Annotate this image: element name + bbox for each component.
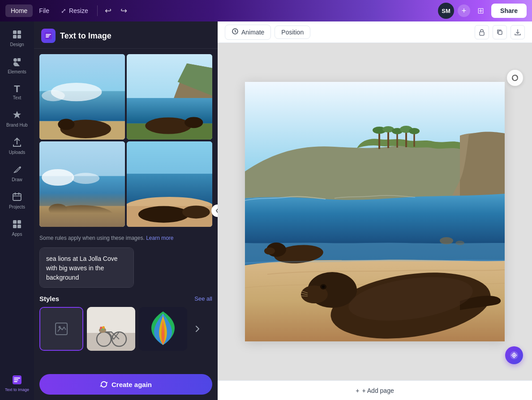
- svg-point-35: [145, 117, 191, 134]
- styles-title: Styles: [39, 295, 59, 302]
- svg-point-36: [184, 117, 203, 128]
- rules-text: Some rules apply when using these images…: [34, 232, 218, 247]
- sidebar-item-brand-hub-label: Brand Hub: [6, 123, 28, 128]
- generated-image-2[interactable]: [127, 54, 212, 140]
- sidebar-item-design[interactable]: Design: [2, 25, 32, 51]
- prompt-textarea[interactable]: sea lions at La Jolla Cove with big wave…: [39, 247, 134, 288]
- rotate-tool[interactable]: [507, 70, 523, 86]
- svg-rect-11: [13, 220, 17, 224]
- elements-icon: [12, 57, 22, 68]
- generated-image-4[interactable]: [127, 141, 212, 227]
- svg-rect-63: [480, 32, 484, 35]
- sidebar-item-apps[interactable]: Apps: [2, 215, 32, 241]
- canvas-page[interactable]: [245, 82, 505, 341]
- sidebar-item-brand-hub[interactable]: Brand Hub: [2, 106, 32, 132]
- canvas-viewport[interactable]: [218, 43, 532, 380]
- styles-scroll-right[interactable]: [191, 307, 203, 351]
- redo-button[interactable]: ↪: [117, 3, 131, 18]
- assistant-icon: [509, 350, 519, 360]
- svg-point-4: [13, 58, 17, 62]
- generated-image-grid: [34, 49, 218, 232]
- resize-button[interactable]: ⤢ Resize: [56, 4, 94, 17]
- sidebar-item-projects[interactable]: Projects: [2, 187, 32, 214]
- svg-point-40: [72, 173, 99, 184]
- canvas-area: Animate Position: [218, 21, 532, 400]
- position-button[interactable]: Position: [275, 26, 310, 39]
- style-card-none[interactable]: [39, 307, 83, 351]
- topbar-left: Home File ⤢ Resize ↩ ↪: [5, 3, 131, 18]
- svg-rect-12: [17, 220, 21, 224]
- svg-rect-2: [13, 35, 17, 38]
- home-button[interactable]: Home: [5, 4, 33, 17]
- add-page-button[interactable]: + + Add page: [348, 383, 401, 398]
- create-icon: [100, 380, 108, 388]
- svg-rect-21: [46, 35, 50, 36]
- svg-rect-64: [498, 31, 502, 34]
- topbar-divider: [97, 5, 98, 16]
- resize-icon: ⤢: [61, 7, 66, 14]
- svg-rect-20: [46, 34, 51, 35]
- svg-rect-16: [14, 378, 20, 379]
- sidebar-item-projects-label: Projects: [9, 204, 25, 209]
- svg-point-29: [58, 119, 74, 130]
- sidebar-item-elements[interactable]: Elements: [2, 52, 32, 79]
- design-icon: [12, 30, 22, 41]
- sidebar-item-text-label: Text: [13, 95, 21, 100]
- svg-point-85: [264, 247, 275, 255]
- svg-point-48: [138, 206, 189, 223]
- svg-rect-14: [17, 225, 21, 228]
- icon-nav: Design Elements T Text Brand Hub Uploads: [0, 21, 34, 400]
- add-page-bar: + + Add page: [218, 380, 532, 400]
- topbar-right: SM + ⊞ Share: [438, 3, 527, 19]
- svg-rect-0: [13, 30, 17, 34]
- uploads-icon: [12, 137, 22, 149]
- panel-header: Text to Image: [34, 21, 218, 49]
- style-card-art[interactable]: [139, 307, 187, 351]
- share-button[interactable]: Share: [491, 4, 527, 18]
- animate-button[interactable]: Animate: [225, 25, 271, 40]
- export-button[interactable]: [511, 25, 525, 39]
- see-all-button[interactable]: See all: [194, 295, 212, 302]
- floating-assistant-button[interactable]: [505, 346, 523, 364]
- add-team-button[interactable]: +: [458, 4, 470, 17]
- sidebar-item-draw-label: Draw: [12, 177, 22, 182]
- styles-header: Styles See all: [39, 295, 212, 302]
- brand-hub-icon: [12, 110, 22, 121]
- svg-point-9: [19, 166, 21, 168]
- svg-point-87: [455, 241, 464, 245]
- svg-point-75: [409, 128, 420, 134]
- sidebar-item-draw[interactable]: Draw: [2, 160, 32, 187]
- svg-point-39: [42, 169, 74, 186]
- avatar-button[interactable]: SM: [438, 3, 454, 19]
- topbar: Home File ⤢ Resize ↩ ↪ SM + ⊞ Share: [0, 0, 532, 21]
- file-button[interactable]: File: [34, 4, 55, 17]
- style-card-photo[interactable]: [87, 307, 135, 351]
- apps-icon: [12, 219, 22, 230]
- undo-button[interactable]: ↩: [101, 3, 115, 18]
- svg-rect-1: [17, 30, 21, 34]
- sidebar-item-text-to-image-label: Text to Image: [5, 387, 29, 392]
- add-page-icon: +: [356, 387, 359, 394]
- generated-image-1[interactable]: [39, 54, 125, 140]
- generated-image-3[interactable]: [39, 141, 125, 227]
- learn-more-link[interactable]: Learn more: [146, 235, 173, 241]
- svg-point-26: [42, 90, 65, 102]
- sidebar-item-uploads[interactable]: Uploads: [2, 133, 32, 159]
- grid-view-button[interactable]: ⊞: [474, 4, 488, 17]
- topbar-nav: Home File ⤢ Resize: [5, 4, 94, 17]
- svg-rect-3: [17, 35, 21, 38]
- panel: Text to Image: [34, 21, 218, 400]
- svg-rect-17: [14, 379, 18, 380]
- lock-button[interactable]: [475, 25, 489, 39]
- duplicate-button[interactable]: [493, 25, 507, 39]
- panel-scroll[interactable]: Some rules apply when using these images…: [34, 49, 218, 370]
- sidebar-item-text-to-image[interactable]: Text to Image: [2, 370, 32, 396]
- svg-point-43: [49, 204, 67, 215]
- svg-point-49: [182, 206, 210, 219]
- svg-rect-5: [17, 58, 21, 61]
- svg-point-51: [59, 326, 61, 328]
- text-to-image-icon: [12, 375, 22, 386]
- svg-point-7: [13, 62, 17, 66]
- create-again-button[interactable]: Create again: [39, 374, 212, 395]
- sidebar-item-text[interactable]: T Text: [2, 80, 32, 105]
